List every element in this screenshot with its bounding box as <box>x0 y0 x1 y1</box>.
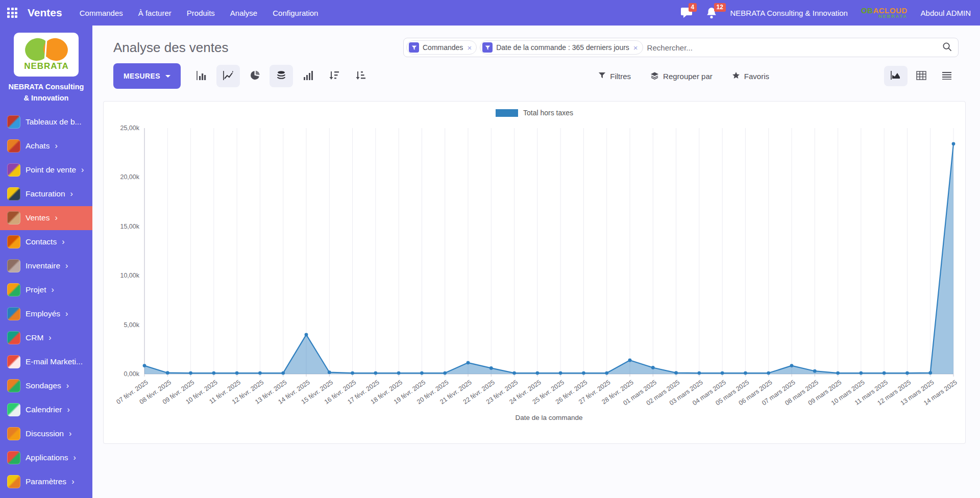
groupby-label: Regrouper par <box>663 72 713 81</box>
sidebar-item-tableaux-de-b[interactable]: Tableaux de b... <box>0 110 92 134</box>
group-by-button[interactable]: Regrouper par <box>650 71 713 81</box>
stacked-toggle-button[interactable] <box>270 65 293 87</box>
chevron-right-icon: › <box>71 477 74 486</box>
sidebar-item-param-tres[interactable]: Paramètres› <box>0 470 92 494</box>
svg-text:Date de la commande: Date de la commande <box>515 414 582 421</box>
top-menu-analyse[interactable]: Analyse <box>230 9 257 17</box>
pivot-view-button[interactable] <box>910 66 933 86</box>
svg-text:15,00k: 15,00k <box>120 223 139 230</box>
chart-legend[interactable]: Total hors taxes <box>108 109 961 117</box>
messages-button[interactable]: 4 <box>680 7 693 18</box>
remove-filter-icon[interactable]: × <box>467 43 472 52</box>
sidebar-item-label: Tableaux de b... <box>26 117 81 127</box>
svg-text:0,00k: 0,00k <box>124 370 139 378</box>
sidebar-item-e-mail-marketi[interactable]: E-mail Marketi... <box>0 350 92 374</box>
cumulative-toggle-button[interactable] <box>296 65 320 87</box>
sidebar-item-projet[interactable]: Projet› <box>0 278 92 302</box>
graph-view-button[interactable] <box>884 66 908 86</box>
sales-icon <box>7 211 20 225</box>
search-input[interactable] <box>646 43 939 53</box>
app-title: Ventes <box>28 7 62 19</box>
sidebar-item-discussion[interactable]: Discussion› <box>0 422 92 446</box>
sidebar-menu: Tableaux de b...Achats›Point de vente›Fa… <box>0 110 92 494</box>
top-navbar: Ventes CommandesÀ facturerProduitsAnalys… <box>0 0 980 26</box>
purchases-icon <box>7 139 20 153</box>
star-icon <box>732 71 740 81</box>
employees-icon <box>7 307 20 320</box>
apps-grid-icon[interactable] <box>7 8 17 18</box>
crm-icon <box>7 331 20 344</box>
sidebar-item-ventes[interactable]: Ventes› <box>0 206 92 230</box>
top-menu-configuration[interactable]: Configuration <box>273 9 318 17</box>
sidebar-item-label: Point de vente <box>26 165 76 175</box>
filter-pill-label: Date de la commande : 365 derniers jours <box>496 43 629 52</box>
sidebar-item-label: Projet <box>26 285 46 294</box>
dashboard-icon <box>7 115 20 129</box>
contacts-icon <box>7 235 20 248</box>
sidebar-item-applications[interactable]: Applications› <box>0 446 92 470</box>
svg-text:5,00k: 5,00k <box>124 321 139 329</box>
filter-pill-commandes[interactable]: Commandes× <box>406 40 477 55</box>
svg-text:20,00k: 20,00k <box>120 173 139 181</box>
company-logo[interactable]: NEBRATA <box>14 33 79 77</box>
sidebar-item-label: Paramètres <box>26 477 66 486</box>
sort-asc-icon <box>355 70 366 82</box>
legend-swatch <box>496 109 518 117</box>
sort-ascending-button[interactable] <box>349 65 373 87</box>
inventory-icon <box>7 259 20 272</box>
sidebar-item-facturation[interactable]: Facturation› <box>0 182 92 206</box>
sales-line-chart: 0,00k5,00k10,00k15,00k20,00k25,00k07 fév… <box>108 119 961 425</box>
search-icon[interactable] <box>942 42 952 54</box>
filters-button[interactable]: Filtres <box>598 71 631 81</box>
messages-badge: 4 <box>689 3 697 12</box>
favorites-button[interactable]: Favoris <box>732 71 769 81</box>
filter-funnel-icon <box>409 42 419 53</box>
remove-filter-icon[interactable]: × <box>633 43 638 52</box>
chevron-right-icon: › <box>65 309 68 318</box>
chart-card: Total hors taxes 0,00k5,00k10,00k15,00k2… <box>103 101 966 444</box>
obacloud-logo[interactable]: OBACLOUD NEBRATA <box>861 7 908 19</box>
notifications-button[interactable]: 12 <box>706 7 717 19</box>
measures-dropdown-button[interactable]: MESURES <box>113 63 181 89</box>
top-menu: CommandesÀ facturerProduitsAnalyseConfig… <box>80 9 318 17</box>
bar-chart-button[interactable] <box>190 65 213 87</box>
sidebar-item-inventaire[interactable]: Inventaire› <box>0 254 92 278</box>
chevron-down-icon <box>165 75 170 78</box>
sidebar-item-achats[interactable]: Achats› <box>0 134 92 158</box>
chevron-right-icon: › <box>48 333 51 342</box>
pie-chart-button[interactable] <box>243 65 266 87</box>
user-menu[interactable]: Abdoul ADMIN <box>921 9 971 17</box>
pivot-view-icon <box>916 71 926 82</box>
legend-label: Total hors taxes <box>523 109 573 117</box>
list-view-button[interactable] <box>935 66 959 86</box>
filters-label: Filtres <box>610 72 631 81</box>
funnel-icon <box>598 71 606 81</box>
sidebar-item-label: Calendrier <box>26 405 62 414</box>
top-menu-commandes[interactable]: Commandes <box>80 9 123 17</box>
measures-label: MESURES <box>124 72 160 80</box>
layers-icon <box>650 71 659 81</box>
sidebar-item-sondages[interactable]: Sondages› <box>0 374 92 398</box>
sidebar-item-label: Achats <box>26 141 50 151</box>
top-menu-facturer[interactable]: À facturer <box>138 9 172 17</box>
sidebar-item-label: E-mail Marketi... <box>26 357 83 366</box>
apps-icon <box>7 451 20 464</box>
sidebar-item-label: Employés <box>26 309 60 318</box>
stacked-icon <box>276 70 286 82</box>
sort-descending-button[interactable] <box>323 65 346 87</box>
top-menu-produits[interactable]: Produits <box>187 9 215 17</box>
obacloud-logo-top: OBACLOUD <box>861 7 908 14</box>
chevron-right-icon: › <box>52 285 54 294</box>
filter-pill-date-de-la-commande-365-dernie[interactable]: Date de la commande : 365 derniers jours… <box>480 40 643 55</box>
line-chart-button[interactable] <box>216 65 240 87</box>
sidebar-item-point-de-vente[interactable]: Point de vente› <box>0 158 92 182</box>
sidebar-item-label: CRM <box>26 333 43 342</box>
svg-text:25,00k: 25,00k <box>120 124 139 132</box>
sidebar-item-crm[interactable]: CRM› <box>0 326 92 350</box>
sort-desc-icon <box>329 70 340 82</box>
sidebar-item-calendrier[interactable]: Calendrier› <box>0 398 92 422</box>
sidebar-item-employ-s[interactable]: Employés› <box>0 302 92 326</box>
svg-text:NEBRATA: NEBRATA <box>24 61 69 71</box>
chevron-right-icon: › <box>81 165 84 175</box>
sidebar-item-contacts[interactable]: Contacts› <box>0 230 92 254</box>
